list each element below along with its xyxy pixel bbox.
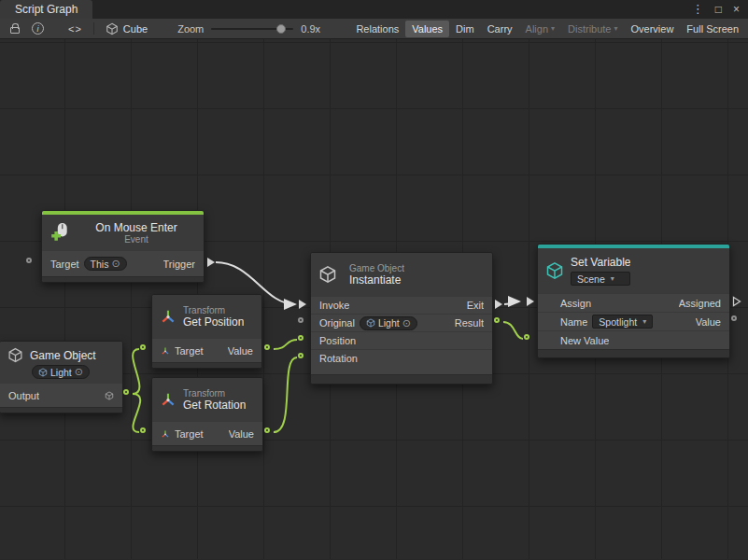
- object-picker-icon[interactable]: ⊙: [111, 259, 120, 269]
- port-getposition-target[interactable]: [140, 344, 146, 350]
- align-button[interactable]: Align ▾: [519, 21, 561, 37]
- tab-bar: Script Graph ⋮ □ ×: [0, 0, 748, 19]
- scope-value: Scene: [577, 273, 605, 285]
- node-subtitle: Event: [77, 234, 196, 245]
- original-object-field[interactable]: Light ⊙: [360, 316, 417, 330]
- wire-light-to-getposition[interactable]: [133, 349, 139, 394]
- port-row: Output: [0, 383, 122, 407]
- zoom-slider-handle[interactable]: [276, 24, 286, 34]
- invoke-label: Invoke: [319, 300, 349, 311]
- port-instantiate-result[interactable]: [494, 317, 500, 323]
- toolbar-buttons: Relations Values Dim Carry Align ▾ Distr…: [349, 21, 748, 37]
- position-label: Position: [319, 335, 356, 346]
- node-header[interactable]: On Mouse Enter Event: [42, 215, 204, 250]
- node-header[interactable]: Set Variable Scene ▾: [538, 248, 729, 293]
- wire-position-value[interactable]: [274, 340, 297, 349]
- values-button[interactable]: Values: [405, 21, 449, 37]
- assign-label: Assign: [560, 298, 591, 309]
- node-header[interactable]: Transform Get Rotation: [152, 378, 262, 421]
- window-menu-icon[interactable]: ⋮: [692, 0, 704, 19]
- distribute-button[interactable]: Distribute ▾: [561, 21, 624, 37]
- node-header[interactable]: Transform Get Position: [152, 295, 261, 338]
- graph-name[interactable]: Cube: [123, 23, 148, 35]
- node-game-object-light[interactable]: Game Object Light ⊙ Output: [0, 341, 123, 413]
- target-object-field[interactable]: This ⊙: [84, 257, 127, 271]
- variable-name-dropdown[interactable]: Spotlight ▾: [592, 315, 653, 329]
- object-picker-icon[interactable]: ⊙: [75, 367, 83, 377]
- value-label: Value: [228, 345, 253, 357]
- info-icon[interactable]: i: [32, 22, 44, 35]
- light-object-field[interactable]: Light ⊙: [32, 365, 90, 379]
- assigned-label: Assigned: [679, 298, 721, 309]
- port-getrotation-target[interactable]: [140, 427, 146, 433]
- toolbar-separator: [93, 22, 94, 35]
- node-header[interactable]: Game Object Instantiate: [311, 253, 492, 296]
- object-picker-icon[interactable]: ⊙: [402, 318, 411, 329]
- port-trigger-output[interactable]: [207, 258, 215, 267]
- target-label: Target: [50, 259, 79, 270]
- game-object-icon: [105, 391, 114, 400]
- port-gameobject-output[interactable]: [123, 389, 129, 395]
- lock-icon[interactable]: [10, 27, 20, 34]
- node-body-pad: [311, 367, 492, 374]
- game-object-icon: [7, 347, 23, 363]
- node-header[interactable]: Game Object Light ⊙: [0, 342, 122, 383]
- node-title: Game Object: [30, 349, 96, 362]
- node-get-rotation[interactable]: Transform Get Rotation Target Value: [151, 377, 263, 452]
- target-label: Target: [175, 345, 204, 357]
- port-row: Original Light ⊙ Result: [311, 314, 492, 331]
- scope-dropdown[interactable]: Scene ▾: [571, 272, 630, 286]
- overview-button[interactable]: Overview: [625, 21, 681, 37]
- game-object-icon: [318, 265, 337, 284]
- node-on-mouse-enter[interactable]: On Mouse Enter Event Target This ⊙ Trigg…: [41, 210, 205, 283]
- node-title: Instantiate: [349, 273, 404, 287]
- port-mouse-enter-input[interactable]: [26, 258, 32, 263]
- wire-rotation-value[interactable]: [274, 357, 297, 432]
- wire-result-to-newvalue[interactable]: [503, 322, 523, 339]
- port-instantiate-rotation[interactable]: [298, 353, 303, 358]
- tab-script-graph[interactable]: Script Graph: [0, 0, 92, 19]
- original-label: Original: [319, 317, 355, 329]
- maximize-icon[interactable]: □: [715, 0, 722, 19]
- variable-name-value: Spotlight: [599, 316, 637, 328]
- graph-canvas[interactable]: On Mouse Enter Event Target This ⊙ Trigg…: [0, 39, 748, 559]
- node-set-variable[interactable]: Set Variable Scene ▾ Assign Assigned Nam…: [537, 244, 730, 358]
- port-setvariable-assign[interactable]: [527, 297, 534, 306]
- target-label: Target: [175, 428, 204, 440]
- port-getposition-value[interactable]: [264, 344, 270, 350]
- code-icon[interactable]: <>: [68, 23, 82, 35]
- node-footer: [42, 276, 204, 282]
- port-instantiate-original[interactable]: [298, 317, 303, 323]
- port-row: Assign Assigned: [538, 293, 729, 312]
- node-footer: [311, 374, 492, 384]
- zoom-label: Zoom: [177, 23, 204, 35]
- value-label: Value: [229, 428, 254, 440]
- port-setvariable-newvalue[interactable]: [524, 334, 529, 340]
- original-object-value: Light: [378, 317, 400, 329]
- port-instantiate-exit[interactable]: [495, 300, 502, 309]
- port-instantiate-position[interactable]: [298, 335, 303, 341]
- close-icon[interactable]: ×: [733, 0, 740, 19]
- wire-exit-to-assign[interactable]: [504, 301, 519, 304]
- carry-button[interactable]: Carry: [481, 21, 519, 37]
- port-getrotation-value[interactable]: [264, 427, 270, 433]
- node-get-position[interactable]: Transform Get Position Target Value: [151, 294, 262, 369]
- full-screen-button[interactable]: Full Screen: [680, 21, 745, 37]
- wire-light-to-getrotation[interactable]: [133, 394, 140, 432]
- dim-button[interactable]: Dim: [449, 21, 481, 37]
- node-instantiate[interactable]: Game Object Instantiate Invoke Exit Orig…: [310, 252, 493, 385]
- game-object-icon: [366, 318, 375, 328]
- game-object-icon: [38, 368, 48, 377]
- trigger-label: Trigger: [163, 259, 195, 270]
- port-row: New Value: [538, 330, 729, 349]
- port-setvariable-assigned-output[interactable]: [732, 296, 741, 307]
- caret-down-icon: ▾: [642, 317, 646, 326]
- relations-button[interactable]: Relations: [349, 21, 405, 37]
- port-setvariable-value-output[interactable]: [731, 315, 737, 321]
- transform-icon: [160, 391, 176, 408]
- zoom-slider[interactable]: [211, 22, 293, 35]
- transform-icon: [161, 429, 170, 439]
- output-label: Output: [8, 390, 39, 401]
- name-label: Name: [560, 316, 587, 328]
- port-instantiate-invoke[interactable]: [299, 300, 306, 309]
